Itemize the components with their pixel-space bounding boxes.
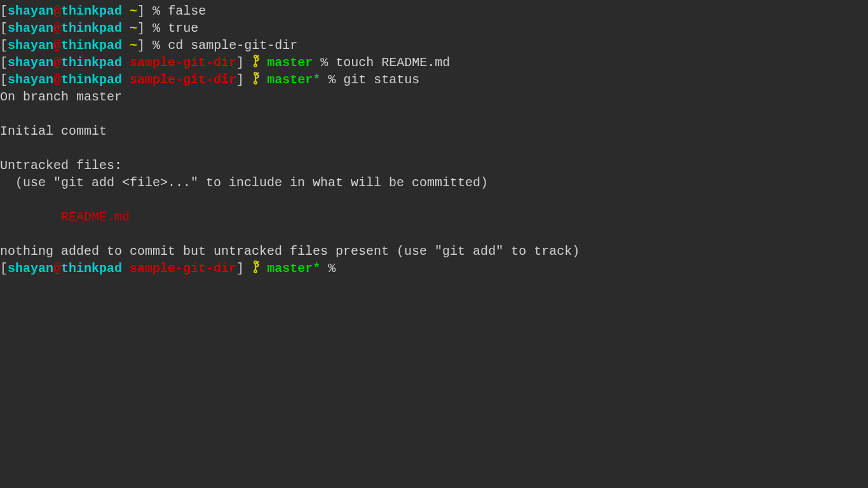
prompt-line-4: [shayan@thinkpad sample-git-dir] master … (0, 54, 868, 71)
svg-point-5 (254, 81, 257, 84)
at-sign: @ (53, 4, 61, 18)
prompt-line-3: [shayan@thinkpad ~] % cd sample-git-dir (0, 37, 868, 54)
command: touch README.md (336, 55, 450, 70)
output-untracked-header: Untracked files: (0, 157, 868, 174)
git-branch: master (267, 55, 313, 70)
output-on-branch: On branch master (0, 88, 868, 105)
cwd: ~ (130, 4, 137, 18)
svg-point-3 (254, 72, 257, 75)
output-blank (0, 191, 868, 208)
git-branch-icon (252, 55, 259, 70)
output-blank (0, 105, 868, 123)
prompt-line-5: [shayan@thinkpad sample-git-dir] master*… (0, 71, 868, 88)
command: true (168, 21, 198, 36)
git-branch-icon (252, 261, 259, 276)
svg-point-0 (254, 55, 257, 58)
output-blank (0, 140, 868, 157)
command: false (168, 4, 206, 18)
user: shayan (8, 4, 53, 18)
svg-point-2 (254, 64, 257, 67)
output-initial-commit: Initial commit (0, 123, 868, 140)
cwd: sample-git-dir (130, 55, 236, 70)
prompt-symbol: % (320, 261, 343, 276)
svg-point-6 (254, 261, 257, 264)
untracked-file: README.md (61, 210, 130, 224)
command: git status (343, 72, 419, 87)
output-blank (0, 226, 868, 243)
prompt-line-2: [shayan@thinkpad ~] % true (0, 20, 868, 37)
git-branch-icon (252, 72, 259, 87)
svg-point-8 (254, 270, 257, 273)
prompt-symbol: % (145, 4, 168, 18)
output-untracked-file-line: README.md (0, 208, 868, 226)
git-branch: master* (267, 72, 320, 87)
prompt-line-1: [shayan@thinkpad ~] % false (0, 3, 868, 20)
prompt-line-6[interactable]: [shayan@thinkpad sample-git-dir] master*… (0, 260, 868, 277)
output-untracked-hint: (use "git add <file>..." to include in w… (0, 174, 868, 191)
output-nothing-added: nothing added to commit but untracked fi… (0, 243, 868, 260)
terminal[interactable]: [shayan@thinkpad ~] % false [shayan@thin… (0, 3, 868, 277)
command: cd sample-git-dir (168, 38, 297, 53)
host: thinkpad (61, 4, 122, 18)
